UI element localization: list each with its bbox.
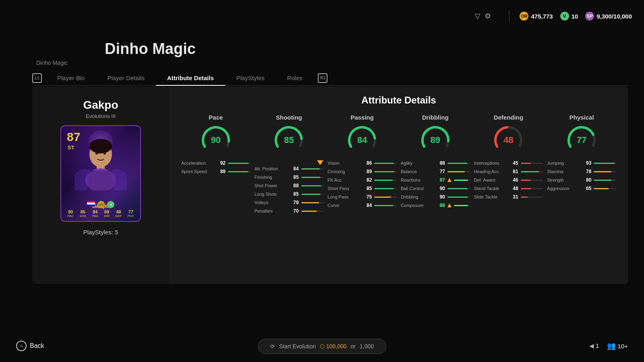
sp-value: 9,300/10,000 — [596, 13, 632, 20]
stat-bar-fill — [301, 168, 320, 170]
stat-label: Strength — [547, 178, 580, 182]
stat-bar-container — [521, 180, 543, 181]
stat-row: Long Shots85 — [255, 191, 324, 197]
tab-attribute-details[interactable]: Attribute Details — [156, 70, 225, 85]
players-count: 👥 10+ — [607, 341, 628, 350]
stat-row: Att. Position84 — [255, 166, 324, 172]
or-value: 475,773 — [531, 13, 553, 20]
bottom-bar: ○ Back ◀ 1 👥 10+ — [0, 330, 644, 362]
attr-column-pace: Pace 90Acceleration92Sprint Speed89 — [181, 114, 251, 217]
stat-rows-dribbling: Agility88Balance77Reactions87Ball Contro… — [401, 160, 470, 211]
stat-value: 80 — [582, 177, 591, 183]
stat-bar-container — [374, 205, 397, 206]
gear-icon[interactable]: ⚙ — [485, 12, 491, 21]
tab-player-bio[interactable]: Player Bio — [46, 70, 96, 85]
page-indicator: ◀ 1 — [589, 342, 599, 350]
stat-bar-fill — [301, 211, 317, 212]
gauge-pace: 90 — [200, 124, 232, 156]
attr-col-title-dribbling: Dribbling — [422, 114, 449, 121]
stat-bar-fill — [228, 163, 248, 164]
stat-bar-container — [301, 168, 324, 170]
tab-roles[interactable]: Roles — [276, 70, 314, 85]
stat-bar-fill — [594, 188, 608, 189]
stat-bar-container — [521, 197, 543, 198]
stat-label: Composure — [401, 203, 434, 208]
stat-row: Ball Control90 — [401, 186, 470, 191]
stat-value: 77 — [436, 169, 445, 174]
stat-bar-container — [301, 194, 324, 195]
stat-bar-container — [228, 163, 251, 164]
stat-value: 75 — [363, 194, 372, 200]
player-edition: Evolutions III — [86, 113, 116, 119]
stat-row: Short Pass85 — [327, 186, 397, 191]
stat-label: FK Acc. — [327, 178, 360, 182]
stat-value: 88 — [436, 203, 445, 208]
stat-label: Long Pass — [327, 194, 360, 199]
stat-row: Dribbling90 — [401, 194, 470, 200]
stat-value: 88 — [290, 183, 299, 188]
stat-bar-fill — [521, 197, 528, 198]
stat-bar-fill — [374, 205, 393, 206]
stat-bar-container — [301, 211, 324, 212]
stat-bar-fill — [301, 185, 321, 186]
card-position: ST — [68, 145, 75, 151]
gauge-dribbling: 89 — [419, 124, 451, 156]
stat-bar-fill — [454, 180, 468, 181]
stat-label: Def. Aware — [474, 178, 507, 182]
player-card: 87 ST — [60, 125, 141, 222]
stat-value: 90 — [436, 186, 445, 191]
svg-point-4 — [95, 152, 98, 155]
stat-row: Interceptions45 — [474, 160, 543, 166]
stat-bar-fill — [447, 163, 467, 164]
stat-boost-icon — [447, 203, 451, 207]
top-bar-icons: ▽ ⚙ — [475, 12, 491, 21]
top-bar: ▽ ⚙ OR 475,773 V 10 SP 9,300/10,000 — [0, 0, 644, 32]
stat-rows-physical: Jumping93Stamina78Strength80Aggression65 — [547, 160, 616, 194]
stat-rows-passing: Vision86Crossing89FK Acc.82Short Pass85L… — [327, 160, 397, 211]
stat-bar-fill — [374, 171, 394, 172]
attribute-grid: Pace 90Acceleration92Sprint Speed89Shoot… — [181, 114, 616, 217]
right-panel: Attribute Details Pace 90Acceleration92S… — [169, 87, 628, 284]
stat-label: Penalties — [255, 209, 288, 213]
attr-col-title-passing: Passing — [350, 114, 374, 121]
stat-row: Heading Acc.81 — [474, 169, 543, 174]
stat-row: Shot Power88 — [255, 183, 324, 188]
stat-value: 84 — [290, 166, 299, 172]
main-content: Gakpo Evolutions III 87 ST — [32, 87, 628, 284]
gauge-passing: 84 — [346, 124, 378, 156]
stat-value: 85 — [363, 186, 372, 191]
stat-label: Shot Power — [255, 183, 288, 188]
stat-label: Ball Control — [401, 186, 434, 191]
stat-value: 45 — [509, 160, 518, 166]
stat-row: Jumping93 — [547, 160, 616, 166]
gauge-number-defending: 48 — [503, 135, 513, 145]
stat-value: 31 — [509, 194, 518, 200]
stat-bar-fill — [301, 194, 320, 195]
stat-bar-fill — [374, 180, 393, 181]
stat-value: 88 — [436, 160, 445, 166]
stat-bar-container — [447, 163, 470, 164]
stat-label: Balance — [401, 169, 434, 174]
tab-playstyles[interactable]: PlayStyles — [225, 70, 276, 85]
stat-bar-fill — [447, 197, 468, 198]
stat-bar-container — [447, 188, 470, 189]
attr-col-title-physical: Physical — [569, 114, 594, 121]
circle-icon: ○ — [16, 341, 27, 351]
stat-bar-fill — [447, 188, 468, 189]
attr-column-physical: Physical 77Jumping93Stamina78Strength80A… — [547, 114, 616, 217]
stat-label: Aggression — [547, 186, 580, 191]
attr-column-dribbling: Dribbling 89Agility88Balance77Reactions8… — [401, 114, 470, 217]
tab-player-details[interactable]: Player Details — [96, 70, 156, 85]
tab-badge-l1: L1 — [32, 73, 42, 83]
back-button[interactable]: ○ Back — [16, 341, 44, 351]
stat-row: Def. Aware46 — [474, 177, 543, 183]
stat-label: Stamina — [547, 169, 580, 174]
stat-bar-container — [228, 171, 251, 172]
boost-indicator-icon — [317, 160, 323, 165]
stat-bar-container — [447, 171, 470, 172]
attribute-details-title: Attribute Details — [181, 95, 616, 106]
gauge-defending: 48 — [492, 124, 524, 156]
card-flags: LFC ✦ — [61, 201, 140, 208]
stat-bar-fill — [521, 171, 539, 172]
stat-row: FK Acc.82 — [327, 177, 397, 183]
